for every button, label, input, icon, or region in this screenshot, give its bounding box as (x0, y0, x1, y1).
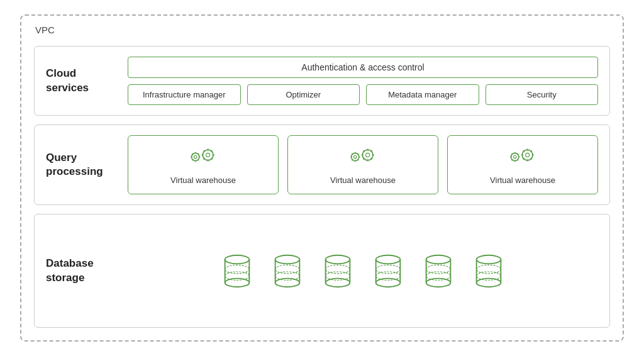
database-storage-section: Databasestorage (34, 214, 610, 328)
svg-point-1 (194, 155, 197, 159)
warehouse-box-2: Virtual warehouse (287, 135, 438, 194)
db-cylinder-1 (221, 252, 253, 290)
svg-point-60 (225, 255, 250, 264)
query-processing-content: Virtual warehouse (128, 135, 598, 194)
service-box-infrastructure: Infrastructure manager (128, 84, 241, 105)
svg-point-87 (426, 278, 451, 287)
service-boxes: Infrastructure manager Optimizer Metadat… (128, 84, 598, 105)
svg-point-51 (526, 153, 530, 157)
svg-point-82 (376, 265, 401, 274)
database-storage-content (128, 252, 598, 290)
svg-point-70 (275, 265, 300, 274)
cloud-services-label: Cloudservices (46, 67, 121, 94)
service-box-metadata: Metadata manager (366, 84, 479, 105)
db-cylinder-5 (422, 252, 455, 290)
svg-point-64 (225, 265, 250, 274)
db-cylinder-6 (472, 252, 505, 290)
warehouse-box-1: Virtual warehouse (128, 135, 279, 194)
svg-point-72 (326, 255, 350, 264)
svg-point-88 (426, 265, 451, 274)
db-cylinder-3 (321, 252, 354, 290)
svg-point-94 (477, 265, 501, 274)
sections-container: Cloudservices Authentication & access co… (34, 46, 610, 328)
svg-point-78 (376, 255, 401, 264)
warehouse-label-1: Virtual warehouse (170, 175, 236, 185)
svg-point-31 (366, 153, 370, 157)
warehouse-boxes: Virtual warehouse (128, 135, 598, 194)
service-box-security: Security (486, 84, 599, 105)
database-storage-label: Databasestorage (46, 257, 121, 284)
db-cylinder-4 (372, 252, 404, 290)
svg-point-76 (326, 265, 350, 274)
gear-icon-1 (189, 145, 218, 170)
svg-point-93 (477, 278, 501, 287)
db-cylinder-2 (271, 252, 304, 290)
auth-bar: Authentication & access control (128, 57, 598, 78)
svg-point-11 (206, 153, 210, 157)
db-icons-row (128, 252, 598, 290)
cloud-services-section: Cloudservices Authentication & access co… (34, 46, 610, 116)
diagram-wrapper: VPC Cloudservices Authentication & acces… (20, 14, 624, 342)
svg-point-66 (275, 255, 300, 264)
svg-point-75 (326, 278, 350, 287)
cloud-services-content: Authentication & access control Infrastr… (128, 57, 598, 105)
query-processing-section: Queryprocessing (34, 125, 610, 205)
vpc-label: VPC (35, 25, 55, 35)
svg-point-63 (225, 278, 250, 287)
gear-icon-2 (348, 145, 377, 170)
query-processing-label: Queryprocessing (46, 151, 121, 179)
gear-icon-3 (508, 145, 537, 170)
svg-point-84 (426, 255, 451, 264)
svg-point-41 (513, 155, 516, 159)
warehouse-label-2: Virtual warehouse (330, 175, 396, 185)
svg-point-69 (275, 278, 300, 287)
svg-point-21 (353, 155, 357, 159)
svg-point-81 (376, 278, 401, 287)
warehouse-box-3: Virtual warehouse (447, 135, 598, 194)
service-box-optimizer: Optimizer (247, 84, 360, 105)
warehouse-label-3: Virtual warehouse (490, 175, 555, 185)
svg-point-90 (477, 255, 501, 264)
